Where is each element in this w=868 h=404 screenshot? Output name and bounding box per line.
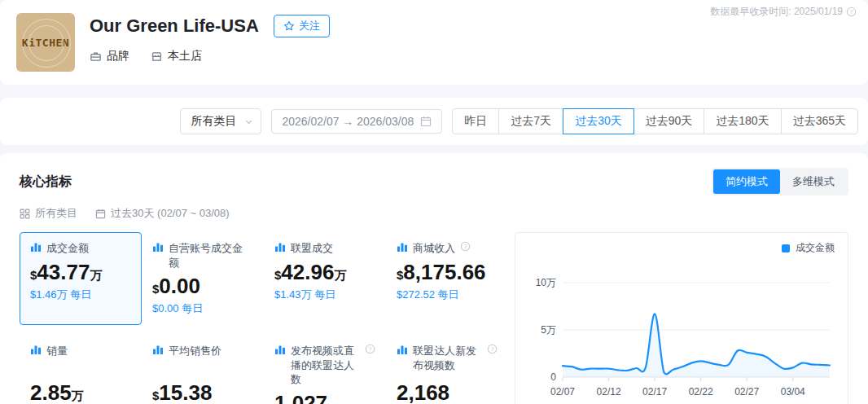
svg-text:0: 0 [550,371,556,383]
range-buttons: 昨日过去7天过去30天过去90天过去180天过去365天 [452,108,858,134]
metric-label: 成交金额 [46,241,89,256]
shop-tag: 品牌 [90,49,129,64]
calendar-icon [95,209,106,219]
metric-value: $8,175.66 [397,261,498,283]
shop-logo: KiTCHEN [16,13,75,72]
legend-swatch [782,244,790,253]
shop-tag-label: 本土店 [168,49,202,64]
data-earliest-note: 数据最早收录时间: 2025/01/19 ? [710,5,857,19]
data-earliest-note-text: 数据最早收录时间: 2025/01/19 [710,5,843,19]
metric-label: 销量 [46,344,68,358]
metric-card[interactable]: 成交金额$43.77万$1.46万 每日 [20,232,142,325]
svg-text:?: ? [849,8,853,15]
mode-button[interactable]: 多维模式 [780,169,847,194]
range-button[interactable]: 过去90天 [633,108,705,134]
svg-text:02/27: 02/27 [734,386,759,397]
follow-button[interactable]: 关注 [274,15,330,37]
range-button[interactable]: 过去30天 [563,108,634,134]
metric-daily-avg: $0.00 每日 [152,301,253,316]
metric-value: $43.77万 [30,261,131,283]
metric-value: 1,027 [274,393,375,404]
metric-value: $42.96万 [274,261,375,283]
metric-card[interactable]: 自营账号成交金额$0.00$0.00 每日 [142,232,264,325]
bar-chart-icon [30,344,42,355]
metrics-grid: 成交金额$43.77万$1.46万 每日自营账号成交金额$0.00$0.00 每… [20,232,508,404]
metric-card[interactable]: 联盟成交$42.96万$1.43万 每日 [264,232,386,325]
help-icon[interactable]: ? [846,7,857,17]
metric-value: $0.00 [152,275,253,297]
metric-label: 联盟达人新发布视频数 [413,344,482,372]
svg-text:03/04: 03/04 [781,386,805,397]
shop-logo-text: KiTCHEN [22,37,69,49]
range-button[interactable]: 过去180天 [704,108,781,134]
metric-daily-avg: $1.43万 每日 [274,288,375,302]
mode-button[interactable]: 简约模式 [713,169,780,194]
metric-value: 2,168 [397,382,498,404]
filter-bar: 所有类目 2026/02/07 → 2026/03/08 昨日过去7天过去30天… [0,98,868,145]
legend-label: 成交金额 [796,241,835,255]
svg-text:02/07: 02/07 [550,386,575,397]
chart-legend: 成交金额 [525,241,838,255]
gmv-chart: 成交金额 05万10万02/0702/1202/1702/2202/2703/0… [515,232,848,404]
category-select-value: 所有类目 [191,114,236,129]
briefcase-icon [90,50,102,63]
shop-tags: 品牌本土店 [90,49,330,64]
help-icon[interactable]: ? [487,344,498,354]
metric-label: 商城收入 [413,241,455,256]
grid-icon [20,209,30,219]
help-icon[interactable]: ? [365,344,375,354]
calendar-icon [420,116,432,127]
range-button[interactable]: 过去365天 [781,108,858,134]
chart-canvas[interactable]: 05万10万02/0702/1202/1702/2202/2703/04 [525,255,838,404]
metric-value: 2.85万 [30,382,131,404]
sub-filter-range: 过去30天 (02/07 ~ 03/08) [95,206,230,221]
follow-button-label: 关注 [299,19,320,33]
sub-filter-category-label: 所有类目 [35,206,77,221]
metric-card[interactable]: 联盟达人新发布视频数?2,16872 每日 [386,335,508,404]
svg-text:?: ? [463,243,467,250]
sub-filter-range-label: 过去30天 (02/07 ~ 03/08) [111,206,230,221]
sub-filter-category: 所有类目 [20,206,77,221]
range-button[interactable]: 昨日 [452,108,499,134]
page-title: Our Green Life-USA [90,15,259,37]
metric-daily-avg: $272.52 每日 [397,288,498,302]
bar-chart-icon [152,241,164,253]
svg-text:5万: 5万 [541,324,556,336]
core-metrics-section: 核心指标 简约模式多维模式 所有类目 过去30天 (02/07 ~ 03/08)… [0,153,868,404]
bar-chart-icon [30,241,42,253]
bar-chart-icon [397,344,408,355]
store-icon [151,50,163,63]
svg-text:?: ? [490,345,493,353]
metric-label: 联盟成交 [291,241,333,256]
date-range-value: 2026/02/07 → 2026/03/08 [282,115,414,128]
svg-text:02/22: 02/22 [689,386,713,397]
metric-card[interactable]: 商城收入?$8,175.66$272.52 每日 [386,232,508,325]
metric-label: 平均销售价 [169,344,221,358]
bar-chart-icon [397,241,408,253]
metric-card[interactable]: 销量2.85万948.63 每日 [20,335,142,404]
metric-daily-avg: $1.46万 每日 [30,288,131,302]
metric-card[interactable]: 发布视频或直播的联盟达人数?1,027 [264,335,386,404]
metric-label: 自营账号成交金额 [169,241,250,270]
svg-text:02/12: 02/12 [597,386,621,397]
shop-tag-label: 品牌 [107,49,129,64]
mode-toggle: 简约模式多维模式 [712,168,848,195]
bar-chart-icon [152,344,164,355]
metric-card[interactable]: 平均销售价$15.38 [142,335,264,404]
svg-text:?: ? [368,345,371,353]
section-title: 核心指标 [20,173,72,191]
range-button[interactable]: 过去7天 [498,108,563,134]
help-icon[interactable]: ? [460,241,471,252]
bar-chart-icon [274,241,286,253]
bar-chart-icon [274,344,286,355]
category-select[interactable]: 所有类目 [180,108,261,134]
shop-header: KiTCHEN Our Green Life-USA 关注 品牌本土店 数据最早… [0,0,868,85]
svg-text:02/17: 02/17 [642,386,667,397]
date-range-input[interactable]: 2026/02/07 → 2026/03/08 [271,109,442,134]
shop-tag: 本土店 [151,49,202,64]
star-icon [283,20,295,32]
svg-text:10万: 10万 [536,277,556,288]
metric-label: 发布视频或直播的联盟达人数 [291,344,360,387]
chevron-down-icon [244,117,253,126]
metric-value: $15.38 [152,382,253,404]
